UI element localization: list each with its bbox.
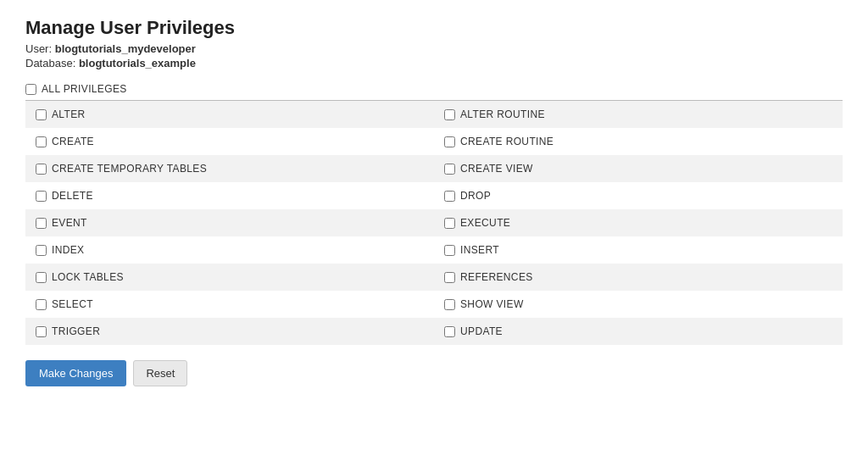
privilege-cell-left: EVENT <box>25 209 434 236</box>
privilege-cell-left: LOCK TABLES <box>25 264 434 291</box>
privilege-label[interactable]: SELECT <box>52 298 93 310</box>
make-changes-button[interactable]: Make Changes <box>25 360 126 386</box>
privilege-label[interactable]: ALTER ROUTINE <box>460 108 545 120</box>
reset-button[interactable]: Reset <box>133 360 187 386</box>
privilege-checkbox[interactable] <box>444 299 455 310</box>
privilege-cell-right: EXECUTE <box>434 209 843 236</box>
privilege-cell-left: CREATE <box>25 128 434 155</box>
privilege-cell-right: INSERT <box>434 236 843 264</box>
privilege-label[interactable]: DELETE <box>52 190 93 202</box>
privilege-checkbox[interactable] <box>444 109 455 120</box>
privilege-label[interactable]: DROP <box>460 190 491 202</box>
table-row: INDEX INSERT <box>25 236 843 264</box>
privilege-cell-right: SHOW VIEW <box>434 291 843 318</box>
page-container: Manage User Privileges User: blogtutoria… <box>0 0 868 461</box>
privileges-table: ALTER ALTER ROUTINE CREATE CREATE ROUTIN… <box>25 101 843 345</box>
user-value: blogtutorials_mydeveloper <box>55 42 196 55</box>
privilege-label[interactable]: LOCK TABLES <box>52 271 124 283</box>
page-title: Manage User Privileges <box>25 17 843 39</box>
privilege-checkbox[interactable] <box>36 164 47 175</box>
privilege-label[interactable]: EVENT <box>52 217 87 229</box>
database-value: blogtutorials_example <box>79 57 196 69</box>
privilege-label[interactable]: UPDATE <box>460 325 503 337</box>
privilege-cell-right: UPDATE <box>434 318 843 345</box>
privilege-label[interactable]: CREATE VIEW <box>460 163 533 175</box>
privilege-cell-right: CREATE VIEW <box>434 155 843 182</box>
privilege-cell-left: DELETE <box>25 182 434 209</box>
table-row: EVENT EXECUTE <box>25 209 843 236</box>
privilege-label[interactable]: CREATE <box>52 136 94 147</box>
privilege-cell-right: DROP <box>434 182 843 209</box>
database-meta: Database: blogtutorials_example <box>25 57 843 69</box>
all-privileges-row: ALL PRIVILEGES <box>25 83 843 95</box>
privilege-checkbox[interactable] <box>36 272 47 283</box>
privilege-checkbox[interactable] <box>36 191 47 202</box>
privilege-checkbox[interactable] <box>444 218 455 229</box>
privilege-checkbox[interactable] <box>36 299 47 310</box>
privilege-label[interactable]: CREATE TEMPORARY TABLES <box>52 163 207 175</box>
privilege-cell-right: REFERENCES <box>434 264 843 291</box>
user-label: User: <box>25 42 52 55</box>
privilege-cell-right: CREATE ROUTINE <box>434 128 843 155</box>
privilege-cell-left: SELECT <box>25 291 434 318</box>
privilege-cell-right: ALTER ROUTINE <box>434 101 843 128</box>
database-label: Database: <box>25 57 75 69</box>
table-row: TRIGGER UPDATE <box>25 318 843 345</box>
privilege-cell-left: CREATE TEMPORARY TABLES <box>25 155 434 182</box>
privilege-label[interactable]: ALTER <box>52 108 86 120</box>
privilege-checkbox[interactable] <box>36 218 47 229</box>
table-row: ALTER ALTER ROUTINE <box>25 101 843 128</box>
privilege-checkbox[interactable] <box>36 109 47 120</box>
privilege-checkbox[interactable] <box>444 272 455 283</box>
privilege-checkbox[interactable] <box>36 136 47 147</box>
privilege-checkbox[interactable] <box>36 326 47 337</box>
table-row: CREATE CREATE ROUTINE <box>25 128 843 155</box>
privilege-checkbox[interactable] <box>444 164 455 175</box>
privilege-cell-left: ALTER <box>25 101 434 128</box>
privilege-cell-left: INDEX <box>25 236 434 264</box>
all-privileges-label[interactable]: ALL PRIVILEGES <box>42 83 127 95</box>
table-row: CREATE TEMPORARY TABLES CREATE VIEW <box>25 155 843 182</box>
privilege-checkbox[interactable] <box>444 326 455 337</box>
privilege-checkbox[interactable] <box>444 136 455 147</box>
privilege-label[interactable]: REFERENCES <box>460 271 533 283</box>
privilege-cell-left: TRIGGER <box>25 318 434 345</box>
user-meta: User: blogtutorials_mydeveloper <box>25 42 843 55</box>
all-privileges-checkbox[interactable] <box>25 84 36 95</box>
privilege-checkbox[interactable] <box>444 191 455 202</box>
table-row: SELECT SHOW VIEW <box>25 291 843 318</box>
privilege-label[interactable]: EXECUTE <box>460 217 510 229</box>
privilege-checkbox[interactable] <box>444 245 455 256</box>
privilege-checkbox[interactable] <box>36 245 47 256</box>
table-row: DELETE DROP <box>25 182 843 209</box>
privilege-label[interactable]: CREATE ROUTINE <box>460 136 554 147</box>
privilege-label[interactable]: INSERT <box>460 244 499 256</box>
button-row: Make Changes Reset <box>25 360 843 386</box>
privilege-label[interactable]: SHOW VIEW <box>460 298 524 310</box>
privilege-label[interactable]: INDEX <box>52 244 84 256</box>
table-row: LOCK TABLES REFERENCES <box>25 264 843 291</box>
privilege-label[interactable]: TRIGGER <box>52 325 100 337</box>
